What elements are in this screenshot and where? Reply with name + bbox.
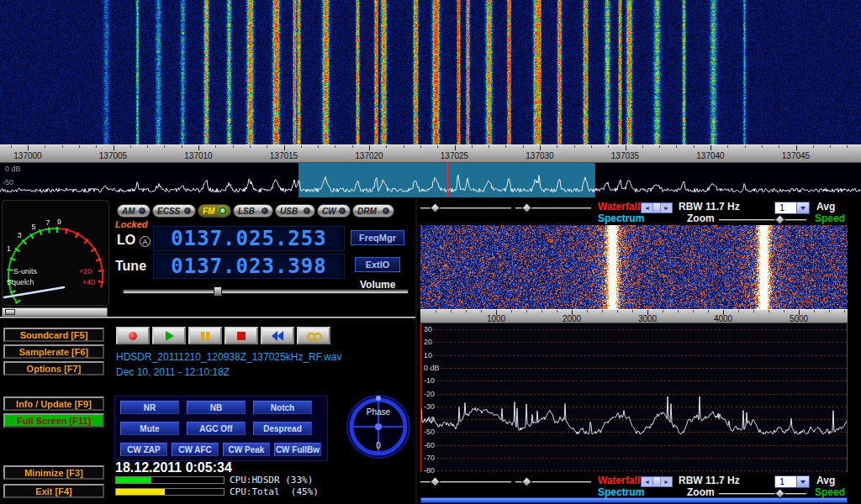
dsp-button-mute[interactable]: Mute [120, 422, 179, 435]
ruler-minor-tick [250, 145, 251, 148]
ruler-minor-tick [472, 145, 473, 148]
overview-spectrum-display[interactable] [0, 163, 861, 197]
zoom-slider-bottom[interactable] [719, 493, 806, 495]
cpu-hdsdr-label: CPU:HDSDR (33%) [230, 475, 313, 486]
rewind-button[interactable] [261, 327, 294, 344]
pause-icon [198, 331, 212, 341]
frequency-scale-label: 137020 [346, 151, 393, 160]
scroll-left-arrow-top[interactable]: ◄ [642, 203, 652, 213]
mode-button-am[interactable]: AM [117, 204, 151, 218]
scrollbar-thumb-bottom[interactable] [652, 477, 661, 486]
side-button-info-update-f9[interactable]: Info / Update [F9] [3, 396, 104, 411]
wf-brightness-handle-top[interactable] [430, 202, 441, 213]
ruler-minor-tick [814, 310, 815, 312]
side-button-exit-f4[interactable]: Exit [F4] [3, 484, 104, 498]
extio-button[interactable]: ExtIO [355, 257, 400, 272]
side-button-samplerate-f6[interactable]: Samplerate [F6] [3, 344, 104, 359]
dsp-button-nr[interactable]: NR [120, 401, 179, 414]
squelch-slider-handle[interactable] [5, 309, 15, 315]
side-button-minimize-f3[interactable]: Minimize [F3] [3, 465, 104, 480]
avg-count-select-top[interactable]: 1 [774, 202, 810, 214]
lo-frequency-display[interactable]: 0137.025.253 [153, 226, 345, 251]
dsp-button-nb[interactable]: NB [187, 401, 246, 414]
mode-button-usb[interactable]: USB [275, 204, 315, 218]
waterfall-label-top[interactable]: Waterfall [598, 201, 640, 213]
scroll-right-arrow-top[interactable]: ► [661, 203, 672, 213]
wf-brightness-handle-bottom[interactable] [430, 476, 441, 487]
wf-contrast-handle-bottom[interactable] [521, 476, 532, 487]
ruler-minor-tick [587, 310, 588, 312]
scrollbar-thumb-top[interactable] [652, 203, 661, 213]
volume-slider[interactable] [123, 286, 409, 297]
dsp-button-cw-peak[interactable]: CW Peak [223, 443, 270, 456]
spectrum-label-top[interactable]: Spectrum [598, 213, 644, 224]
hdsdr-window: 1370001370051370101370151370201370251370… [0, 0, 861, 504]
phase-indicator: Phase 0 [343, 388, 414, 462]
mode-button-ecss[interactable]: ECSS [152, 204, 196, 218]
volume-slider-track[interactable] [123, 289, 409, 294]
side-button-options-f7[interactable]: Options [F7] [3, 361, 104, 375]
rf-frequency-ruler[interactable]: 10002000300040005000 [420, 309, 848, 323]
rf-spectrum-display[interactable]: 3020100 dB-10-20-30-40-50-60-70-80 [420, 323, 848, 472]
spectrum-label-bottom[interactable]: Spectrum [598, 486, 644, 498]
stop-button[interactable] [224, 327, 258, 344]
dsp-button-cw-afc[interactable]: CW AFC [172, 443, 219, 456]
squelch-slider[interactable] [2, 307, 108, 317]
zoom-scrollbar-top[interactable]: ◄► [641, 202, 673, 213]
pause-button[interactable] [188, 327, 222, 344]
speed-label-top: Speed [815, 213, 845, 224]
dsp-button-cw-zap[interactable]: CW ZAP [120, 443, 167, 456]
dropdown-arrow-icon-top[interactable] [796, 202, 809, 213]
rf-waterfall-display[interactable] [420, 225, 848, 309]
zoom-slider-top[interactable] [719, 219, 806, 221]
waterfall-position-slider[interactable] [420, 497, 848, 503]
ruler-tick [455, 145, 456, 150]
mode-button-drm[interactable]: DRM [352, 204, 394, 218]
mode-led-icon [219, 207, 226, 214]
main-waterfall-display[interactable] [0, 0, 861, 144]
zoom-scrollbar-bottom[interactable]: ◄► [641, 476, 673, 487]
scroll-left-arrow-bottom[interactable]: ◄ [642, 477, 652, 486]
ruler-tick [710, 145, 711, 150]
ruler-minor-tick [608, 145, 609, 148]
mode-button-cw[interactable]: CW [317, 204, 351, 218]
mode-button-fm[interactable]: FM [198, 204, 231, 218]
play-button[interactable] [152, 327, 186, 344]
db-axis-label: -60 [424, 441, 435, 449]
ruler-minor-tick [727, 145, 728, 148]
rf-spectrum-canvas[interactable] [420, 323, 848, 472]
frequency-ruler[interactable]: 1370001370051370101370151370201370251370… [0, 144, 861, 163]
dsp-button-cw-fullbw[interactable]: CW FullBw [274, 443, 321, 456]
dropdown-arrow-icon-bottom[interactable] [796, 476, 809, 487]
playback-controls [116, 327, 330, 344]
overview-spectrum-canvas[interactable] [0, 163, 861, 197]
volume-slider-handle[interactable] [214, 286, 222, 297]
dsp-button-agc-off[interactable]: AGC Off [187, 422, 246, 435]
scroll-right-arrow-bottom[interactable]: ► [661, 477, 672, 486]
ruler-minor-tick [481, 310, 482, 312]
freqmgr-button[interactable]: FreqMgr [351, 230, 404, 245]
tune-label: Tune [115, 259, 146, 274]
rbw-label-bottom: RBW 11.7 Hz [679, 475, 740, 486]
avg-label-top: Avg [816, 201, 835, 213]
side-button-full-screen-f11[interactable]: Full Screen [F11] [3, 413, 104, 428]
ruler-minor-tick [541, 310, 542, 312]
loop-button[interactable] [297, 327, 330, 344]
side-button-soundcard-f5[interactable]: Soundcard [F5] [3, 328, 104, 342]
mode-button-lsb[interactable]: LSB [233, 204, 273, 218]
avg-count-select-bottom[interactable]: 1 [774, 475, 810, 488]
ruler-minor-tick [182, 145, 182, 148]
dsp-button-despread[interactable]: Despread [253, 422, 312, 435]
ruler-minor-tick [164, 145, 165, 148]
ruler-minor-tick [352, 145, 353, 148]
cpu-total-label: CPU:Total (45%) [230, 486, 319, 497]
waterfall-label-bottom[interactable]: Waterfall [598, 475, 640, 486]
frequency-scale-label: 137035 [602, 151, 649, 160]
record-button[interactable] [116, 327, 150, 344]
lock-a-icon[interactable]: A [140, 236, 151, 247]
wf-contrast-handle-top[interactable] [521, 202, 532, 213]
zoom-slider-handle-top[interactable] [774, 214, 785, 225]
dsp-button-notch[interactable]: Notch [253, 401, 312, 414]
tune-frequency-display[interactable]: 0137.023.398 [153, 254, 345, 279]
squelch-label: Squelch [7, 278, 34, 286]
